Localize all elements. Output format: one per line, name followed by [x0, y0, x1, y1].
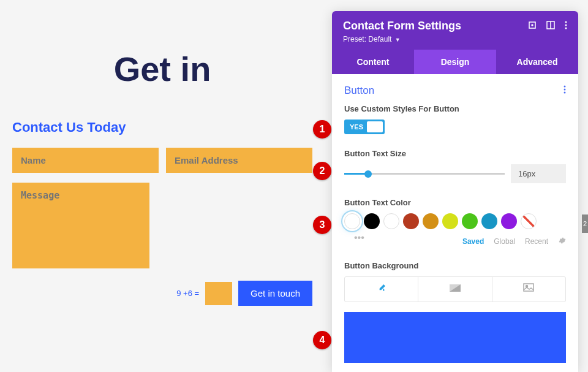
tab-design[interactable]: Design	[414, 50, 496, 74]
palette-tab-global[interactable]: Global	[494, 237, 515, 246]
color-swatch-lime[interactable]	[442, 213, 458, 229]
text-color-label: Button Text Color	[344, 198, 566, 207]
svg-point-7	[564, 86, 566, 88]
svg-point-12	[526, 286, 528, 287]
captcha-input[interactable]	[205, 282, 232, 305]
color-swatch-black[interactable]	[364, 213, 380, 229]
section-menu-icon[interactable]	[564, 84, 566, 97]
layout-icon[interactable]	[546, 21, 555, 32]
svg-point-4	[565, 21, 567, 23]
color-swatch-selected[interactable]	[344, 213, 360, 229]
panel-title: Contact Form Settings	[343, 20, 461, 32]
annotation-marker-2: 2	[313, 162, 331, 180]
color-swatch-green[interactable]	[462, 213, 478, 229]
toggle-yes-text: YES	[346, 123, 367, 131]
palette-tab-recent[interactable]: Recent	[525, 237, 548, 246]
bg-label: Button Background	[344, 261, 566, 270]
color-swatch-rust[interactable]	[403, 213, 419, 229]
form-preview-area: Get in Contact Us Today 9 +6 = Get in to…	[0, 0, 325, 372]
more-colors-icon[interactable]: •••	[344, 230, 374, 246]
form-subtitle: Contact Us Today	[12, 120, 312, 135]
bg-type-tabs	[344, 276, 566, 302]
email-field[interactable]	[166, 148, 312, 173]
use-custom-toggle[interactable]: YES	[344, 120, 385, 134]
svg-point-9	[564, 92, 566, 94]
submit-button[interactable]: Get in touch	[238, 281, 312, 306]
slider-thumb[interactable]	[364, 170, 372, 178]
side-tag: 2	[582, 214, 588, 233]
svg-point-8	[564, 89, 566, 91]
text-size-slider[interactable]	[344, 173, 505, 175]
panel-tabs: Content Design Advanced	[332, 50, 578, 74]
bg-tab-gradient[interactable]	[418, 277, 492, 302]
use-custom-label: Use Custom Styles For Button	[344, 104, 566, 113]
bg-tab-color[interactable]	[345, 277, 418, 302]
tab-content[interactable]: Content	[332, 50, 414, 74]
preset-selector[interactable]: Preset: Default ▼	[343, 35, 567, 44]
svg-point-5	[565, 24, 567, 26]
color-swatch-none[interactable]	[521, 213, 537, 229]
annotation-marker-1: 1	[313, 120, 331, 139]
color-swatch-white[interactable]	[383, 213, 399, 229]
color-swatch-teal[interactable]	[481, 213, 497, 229]
toggle-knob	[367, 121, 383, 132]
settings-panel: Contact Form Settings Preset: Default ▼ …	[332, 11, 578, 372]
text-size-label: Button Text Size	[344, 149, 566, 158]
color-swatch-purple[interactable]	[501, 213, 517, 229]
svg-rect-11	[524, 284, 533, 291]
more-icon[interactable]	[565, 21, 567, 32]
palette-settings-icon[interactable]	[558, 237, 566, 246]
panel-header: Contact Form Settings Preset: Default ▼	[332, 11, 578, 50]
message-field[interactable]	[12, 183, 149, 268]
color-swatches	[344, 213, 566, 229]
annotation-marker-3: 3	[313, 216, 331, 234]
page-title: Get in	[12, 49, 312, 89]
color-swatch-amber[interactable]	[423, 213, 439, 229]
svg-point-6	[565, 27, 567, 29]
palette-tab-saved[interactable]: Saved	[462, 237, 484, 246]
expand-icon[interactable]	[528, 21, 537, 32]
section-title: Button	[344, 85, 374, 97]
caret-down-icon: ▼	[395, 37, 401, 43]
bg-color-preview[interactable]	[344, 312, 566, 363]
name-field[interactable]	[12, 148, 159, 173]
bg-tab-image[interactable]	[492, 277, 565, 302]
tab-advanced[interactable]: Advanced	[496, 50, 578, 74]
captcha-label: 9 +6 =	[176, 289, 199, 298]
svg-point-1	[532, 25, 533, 26]
annotation-marker-4: 4	[313, 331, 331, 349]
text-size-value[interactable]: 16px	[511, 164, 566, 183]
